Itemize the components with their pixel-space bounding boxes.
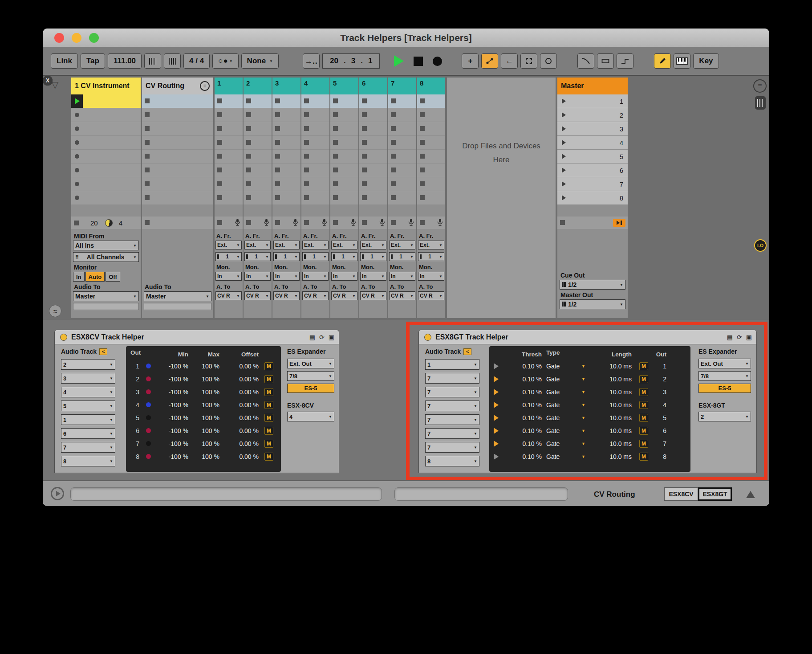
clip-stop-button[interactable] (304, 112, 309, 117)
clip-stop-circle[interactable] (75, 127, 79, 131)
device-title-bar[interactable]: ESX8CV Track Helper ▤ ⟳ ▣ (55, 330, 339, 344)
clip-slot[interactable] (215, 191, 243, 204)
clip-stop-circle[interactable] (75, 182, 79, 186)
mute-button[interactable]: M (264, 362, 273, 370)
time-signature-field[interactable]: 4 / 4 (183, 53, 210, 69)
mute-button[interactable]: M (264, 375, 273, 383)
clip-slot[interactable] (272, 122, 300, 135)
clip-slot[interactable] (142, 108, 213, 122)
mute-button[interactable]: M (264, 427, 273, 435)
scene-slot[interactable]: 4 (557, 136, 628, 149)
zoom-window-button[interactable] (89, 33, 99, 43)
status-field-right[interactable] (394, 487, 568, 501)
input-channel-menu[interactable]: 1▼ (215, 252, 242, 261)
clip-slot[interactable] (417, 150, 445, 163)
clip-stop-button[interactable] (362, 168, 367, 172)
clip-slot[interactable] (417, 94, 445, 108)
clip-slot[interactable] (215, 164, 243, 177)
clip-slot[interactable] (330, 164, 358, 177)
mute-button[interactable]: M (639, 414, 648, 422)
clip-stop-button[interactable] (145, 181, 150, 186)
track-header[interactable]: 7 (388, 78, 416, 94)
tempo-field[interactable]: 111.00 (108, 53, 142, 69)
clip-stop-button[interactable] (391, 168, 396, 172)
monitor-menu[interactable]: In▼ (331, 272, 357, 281)
audio-track-menu[interactable]: 7▼ (425, 373, 479, 384)
clip-slot[interactable] (359, 164, 387, 177)
close-window-button[interactable] (54, 33, 64, 43)
length-value[interactable]: 10.0 ms (590, 363, 632, 370)
audio-to-menu[interactable]: CV R▼ (360, 291, 386, 300)
mute-button[interactable]: M (639, 362, 648, 370)
clip-slot[interactable] (330, 177, 358, 191)
clip-stop-button[interactable] (420, 195, 425, 200)
monitor-menu[interactable]: In▼ (244, 272, 271, 281)
clip-stop-button[interactable] (362, 181, 367, 186)
clip-play-button[interactable] (71, 94, 83, 108)
clip-slot[interactable] (272, 164, 300, 177)
track-header[interactable]: 1 (215, 78, 243, 94)
audio-from-menu[interactable]: Ext.▼ (244, 241, 271, 249)
clip-stop-button[interactable] (246, 98, 251, 103)
scene-play-icon[interactable] (562, 195, 566, 200)
clip-slot[interactable] (417, 164, 445, 177)
monitor-in-button[interactable]: In (73, 272, 85, 282)
audio-track-menu[interactable]: 1▼ (425, 359, 479, 370)
offset-value[interactable]: 0.00 % (223, 363, 259, 370)
clip-stop-button[interactable] (217, 181, 222, 186)
stop-all-clips-button[interactable] (304, 220, 309, 225)
draw-mode-button[interactable] (654, 53, 671, 69)
input-channel-menu[interactable]: 1▼ (273, 252, 300, 261)
clip-slot[interactable] (215, 94, 243, 108)
stop-all-clips-button[interactable] (391, 220, 396, 225)
clip-view-button[interactable] (597, 53, 614, 69)
min-value[interactable]: -100 % (157, 427, 188, 434)
scene-play-icon[interactable] (562, 140, 566, 145)
audio-to-menu[interactable]: CV R▼ (389, 291, 415, 300)
unfold-icon[interactable]: ▤ (727, 334, 733, 341)
mixer-view-toggle[interactable] (755, 96, 766, 110)
clip-stop-button[interactable] (275, 168, 280, 172)
scene-play-icon[interactable] (562, 154, 566, 159)
scene-slot[interactable]: 7 (557, 177, 628, 191)
module-port-menu[interactable]: 4▼ (287, 412, 334, 421)
clip-slot[interactable] (272, 94, 300, 108)
max-value[interactable]: 100 % (192, 440, 219, 447)
clip-slot[interactable] (417, 177, 445, 191)
min-value[interactable]: -100 % (157, 376, 188, 383)
clip-slot[interactable] (301, 136, 329, 149)
clip-slot[interactable] (272, 177, 300, 191)
arm-mic-icon[interactable] (408, 219, 414, 228)
output-color-dot[interactable] (146, 454, 151, 459)
clip-stop-button[interactable] (420, 98, 425, 103)
input-channel-menu[interactable]: 1▼ (331, 252, 357, 261)
save-icon[interactable]: ▣ (746, 334, 752, 341)
scene-play-icon[interactable] (562, 126, 566, 131)
clip-stop-button[interactable] (362, 98, 367, 103)
clip-slot[interactable] (388, 164, 416, 177)
stop-all-clips-button[interactable] (217, 220, 222, 225)
offset-value[interactable]: 0.00 % (223, 376, 259, 383)
detail-view-toggle-icon[interactable] (746, 491, 755, 498)
offset-value[interactable]: 0.00 % (223, 427, 259, 434)
clip-stop-button[interactable] (246, 112, 251, 117)
automation-arm-button[interactable] (481, 53, 498, 69)
re-enable-automation-button[interactable]: ← (501, 53, 518, 69)
clip-slot[interactable] (330, 136, 358, 149)
audio-from-menu[interactable]: Ext.▼ (389, 241, 415, 249)
clip-slot[interactable] (330, 108, 358, 122)
quantization-menu[interactable]: None▼ (241, 53, 279, 69)
min-value[interactable]: -100 % (157, 453, 188, 460)
capture-midi-button[interactable] (520, 53, 537, 69)
expander-output-menu[interactable]: Ext. Out▼ (287, 359, 334, 368)
max-value[interactable]: 100 % (192, 401, 219, 409)
clip-stop-button[interactable] (333, 98, 338, 103)
output-color-dot[interactable] (146, 441, 151, 446)
clip-stop-button[interactable] (333, 154, 338, 159)
clip-slot[interactable] (272, 150, 300, 163)
clip-slot[interactable] (71, 108, 141, 122)
clip-stop-button[interactable] (275, 181, 280, 186)
mute-button[interactable]: M (639, 427, 648, 435)
arm-mic-icon[interactable] (264, 219, 269, 228)
clip-stop-button[interactable] (145, 140, 150, 145)
